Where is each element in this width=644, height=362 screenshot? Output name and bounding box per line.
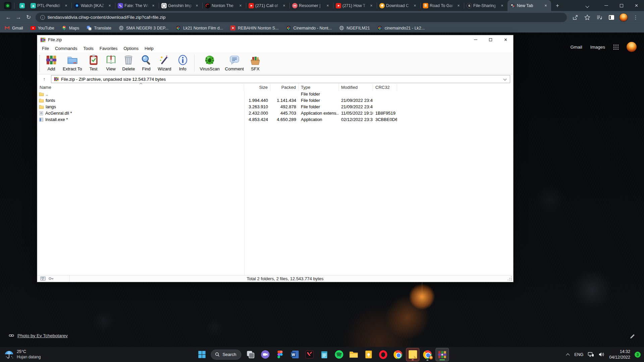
column-header-type[interactable]: Type <box>299 84 339 91</box>
menu-favorites[interactable]: Favorites <box>97 45 120 52</box>
reload-icon[interactable]: ↻ <box>23 12 34 22</box>
menu-options[interactable]: Options <box>120 45 142 52</box>
virusscan-button[interactable]: VirusScan <box>197 53 222 72</box>
file-row-install-exe[interactable]: Install.exe * 4.853.424 4.650.289 Applic… <box>37 116 513 123</box>
gmail-link[interactable]: Gmail <box>570 45 582 50</box>
bookmark-cinemaindo21[interactable]: cinemaindo21 - Lk2... <box>377 25 425 31</box>
tab-new-tab[interactable]: New Tab <box>507 0 551 11</box>
window-maximize-button[interactable] <box>614 0 629 11</box>
taskbar-sticky-notes[interactable] <box>406 348 420 361</box>
view-button[interactable]: View <box>102 53 120 72</box>
taskbar-task-view[interactable] <box>244 348 257 361</box>
menu-help[interactable]: Help <box>142 45 157 52</box>
taskbar-winrar[interactable] <box>436 348 449 361</box>
bookmark-youtube[interactable]: YouTube <box>31 25 54 31</box>
bookmark-cinemaindo[interactable]: Cinemaindo - Nont... <box>286 25 332 31</box>
pinned-tab[interactable] <box>16 0 28 11</box>
tab-nonton[interactable]: Nonton The <box>202 0 246 11</box>
clock-widget[interactable]: 14:32 04/12/2022 <box>609 349 630 360</box>
sfx-button[interactable]: SFX <box>247 53 264 72</box>
tab-resoomer[interactable]: Resoomer | <box>289 0 333 11</box>
file-row-acgenral-dll[interactable]: AcGenral.dll * 2.432.000 445.703 Applica… <box>37 110 513 116</box>
tab-close-icon[interactable] <box>281 3 287 8</box>
browser-menu-icon[interactable] <box>631 12 641 22</box>
delete-button[interactable]: Delete <box>120 53 138 72</box>
tab-road-to[interactable]: Road To Gar <box>420 0 464 11</box>
network-icon[interactable] <box>588 352 594 357</box>
taskbar-figma[interactable] <box>273 348 287 361</box>
taskbar-keep-notes[interactable] <box>362 348 375 361</box>
tab-close-icon[interactable] <box>325 3 330 8</box>
taskbar-search[interactable]: Search <box>211 350 241 360</box>
back-icon[interactable]: ← <box>3 12 13 22</box>
column-header-packed[interactable]: Packed <box>270 84 299 91</box>
notification-badge[interactable]: 3 <box>635 352 641 358</box>
tab-close-icon[interactable] <box>543 3 548 8</box>
taskbar-spotify[interactable] <box>332 348 346 361</box>
wallpaper-photo-credit[interactable]: Photo by Ev Tchebotarev <box>9 333 68 338</box>
tab-close-icon[interactable] <box>194 3 200 8</box>
tab-close-icon[interactable] <box>412 3 418 8</box>
key-icon[interactable] <box>48 277 54 281</box>
menu-file[interactable]: File <box>39 45 52 52</box>
test-button[interactable]: Test <box>85 53 102 72</box>
taskbar-chrome-profile[interactable] <box>421 348 434 361</box>
menu-commands[interactable]: Commands <box>52 45 80 52</box>
taskbar-file-explorer[interactable] <box>347 348 361 361</box>
bookmark-maps[interactable]: Maps <box>62 25 79 31</box>
winrar-title-bar[interactable]: File.zip <box>37 35 513 44</box>
extract-to-button[interactable]: Extract To <box>60 53 85 72</box>
find-button[interactable]: Find <box>138 53 155 72</box>
tab-close-icon[interactable] <box>107 3 112 8</box>
taskbar-opera[interactable] <box>377 348 390 361</box>
file-row-parent[interactable]: .. File folder <box>37 91 513 97</box>
tab-download[interactable]: Download C <box>377 0 420 11</box>
info-button[interactable]: Info <box>174 53 192 72</box>
share-icon[interactable] <box>570 12 580 22</box>
window-minimize-button[interactable] <box>599 0 614 11</box>
column-header-modified[interactable]: Modified <box>339 84 373 91</box>
taskbar-notepad[interactable] <box>318 348 331 361</box>
taskbar-valorant[interactable] <box>303 348 316 361</box>
bookmark-ngefilm21[interactable]: NGEFILM21 <box>339 25 370 31</box>
tab-search-chevron-icon[interactable] <box>586 4 589 7</box>
tab-call-of[interactable]: (271) Call of <box>246 0 289 11</box>
column-header-crc32[interactable]: CRC32 <box>373 84 397 91</box>
bookmark-sma-negeri[interactable]: SMA NEGERI 3 DEP... <box>119 25 168 31</box>
combo-dropdown-icon[interactable] <box>503 78 506 81</box>
menu-tools[interactable]: Tools <box>80 45 96 52</box>
column-header-size[interactable]: Size <box>244 84 270 91</box>
customize-wallpaper-pencil-icon[interactable] <box>630 334 635 341</box>
column-header-name[interactable]: Name <box>37 84 244 91</box>
site-info-icon[interactable] <box>40 15 45 20</box>
bookmark-translate[interactable]: GgTranslate <box>87 25 111 31</box>
tab-file-sharing[interactable]: File-Sharing <box>464 0 507 11</box>
browser-app-icon[interactable] <box>4 2 11 9</box>
tab-ptl-pendidi[interactable]: PTL-Pendidi <box>28 0 71 11</box>
up-one-level-icon[interactable] <box>40 75 49 83</box>
google-apps-grid-icon[interactable] <box>613 44 619 50</box>
address-bar[interactable]: tiendasvaldivia.cl/wp-content/download/F… <box>36 13 567 22</box>
bookmark-gmail[interactable]: Gmail <box>5 25 23 31</box>
images-link[interactable]: Images <box>590 45 605 50</box>
tab-fate[interactable]: Fate: The Wi <box>115 0 159 11</box>
side-panel-icon[interactable] <box>606 12 616 22</box>
tab-close-icon[interactable] <box>369 3 374 8</box>
tray-overflow-chevron-icon[interactable] <box>566 353 570 356</box>
google-account-avatar[interactable] <box>627 42 637 52</box>
taskbar-chat[interactable] <box>259 348 272 361</box>
volume-icon[interactable] <box>598 352 605 357</box>
bookmark-star-icon[interactable] <box>582 12 592 22</box>
file-row-langs[interactable]: langs 3.263.910 492.878 File folder 21/0… <box>37 104 513 110</box>
archive-path-combobox[interactable]: File.zip - ZIP archive, unpacked size 12… <box>51 75 510 83</box>
new-tab-button[interactable] <box>553 1 562 10</box>
tab-close-icon[interactable] <box>456 3 461 8</box>
tab-close-icon[interactable] <box>238 3 243 8</box>
window-close-button[interactable] <box>629 0 644 11</box>
media-playlist-icon[interactable] <box>594 12 604 22</box>
file-row-fonts[interactable]: fonts 1.994.440 1.141.434 File folder 21… <box>37 97 513 104</box>
bookmark-lk21[interactable]: Lk21 Nonton Film d... <box>176 25 223 31</box>
add-button[interactable]: Add <box>43 53 60 72</box>
start-button[interactable] <box>195 348 208 361</box>
winrar-close-button[interactable] <box>498 35 513 44</box>
